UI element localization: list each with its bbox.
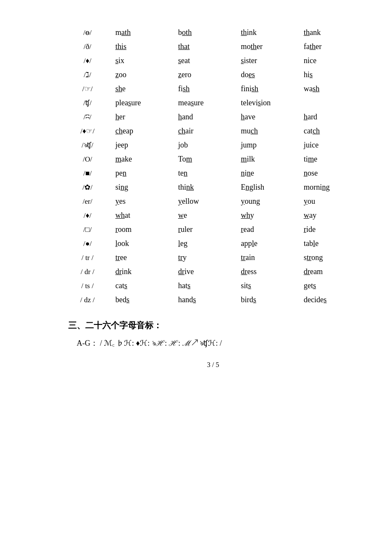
example-word: hands: [170, 293, 232, 307]
example-word: cheap: [107, 124, 170, 138]
example-word: finish: [232, 82, 295, 96]
example-word: that: [170, 40, 232, 54]
example-word: his: [295, 68, 358, 82]
example-word: zoo: [107, 68, 170, 82]
table-row: /♦☞/cheapchairmuchcatch: [68, 124, 358, 138]
table-row: / dz /bedshandsbirdsdecides: [68, 293, 358, 307]
example-word: hand: [170, 110, 232, 124]
table-row: / ts /catshatssitsgets: [68, 279, 358, 293]
example-word: seat: [170, 54, 232, 68]
example-word: morning: [295, 180, 358, 194]
phonetic-symbol: /♦/: [68, 54, 107, 68]
phonetic-symbol: / tr /: [68, 251, 107, 265]
phonetic-symbol: /ʭ/: [68, 110, 107, 124]
example-word: she: [107, 82, 170, 96]
example-word: strong: [295, 251, 358, 265]
section3-title: 三、二十六个字母音标：: [68, 320, 358, 331]
phonetic-symbol: /ʧ/: [68, 96, 107, 110]
example-word: think: [170, 180, 232, 194]
table-row: / tr /treetrytrainstrong: [68, 251, 358, 265]
example-word: beds: [107, 293, 170, 307]
phonetic-symbol: /ð/: [68, 40, 107, 54]
table-row: /ɵ/mathboththinkthank: [68, 26, 358, 40]
example-word: way: [295, 208, 358, 223]
phonetic-symbol: / dr /: [68, 265, 107, 279]
example-word: we: [170, 208, 232, 223]
example-word: ruler: [170, 223, 232, 237]
example-word: fish: [170, 82, 232, 96]
example-word: English: [232, 180, 295, 194]
phonetic-symbol: /■/: [68, 166, 107, 180]
example-word: dream: [295, 265, 358, 279]
phonetic-symbol: /ℷ/: [68, 68, 107, 82]
phonetic-symbol: /□/: [68, 223, 107, 237]
example-word: does: [232, 68, 295, 82]
example-word: time: [295, 152, 358, 166]
phonetic-symbol: /♦☞/: [68, 124, 107, 138]
example-word: birds: [232, 293, 295, 307]
table-row: /O/makeTommilktime: [68, 152, 358, 166]
example-word: have: [232, 110, 295, 124]
table-row: /♦/whatwewhyway: [68, 208, 358, 223]
example-word: [295, 96, 358, 110]
example-word: table: [295, 237, 358, 251]
phonetic-symbol: /ɵ/: [68, 26, 107, 40]
table-row: /♦/sixseatsisternice: [68, 54, 358, 68]
example-word: young: [232, 194, 295, 208]
phonetic-symbol: /O/: [68, 152, 107, 166]
phonetic-symbol: / ts /: [68, 279, 107, 293]
example-word: both: [170, 26, 232, 40]
example-word: job: [170, 138, 232, 152]
example-word: think: [232, 26, 295, 40]
example-word: look: [107, 237, 170, 251]
example-word: jeep: [107, 138, 170, 152]
example-word: hats: [170, 279, 232, 293]
table-row: /ð/thisthatmotherfather: [68, 40, 358, 54]
example-word: jump: [232, 138, 295, 152]
example-word: math: [107, 26, 170, 40]
table-row: /ঌʧ/jeepjobjumpjuice: [68, 138, 358, 152]
example-word: ride: [295, 223, 358, 237]
table-row: /●/looklegappletable: [68, 237, 358, 251]
example-word: measure: [170, 96, 232, 110]
example-word: sits: [232, 279, 295, 293]
table-row: /ʭ/herhandhavehard: [68, 110, 358, 124]
example-word: milk: [232, 152, 295, 166]
example-word: why: [232, 208, 295, 223]
example-word: ten: [170, 166, 232, 180]
example-word: nose: [295, 166, 358, 180]
example-word: nine: [232, 166, 295, 180]
example-word: you: [295, 194, 358, 208]
example-word: yes: [107, 194, 170, 208]
table-row: /ʧ/pleasuremeasuretelevision: [68, 96, 358, 110]
example-word: much: [232, 124, 295, 138]
phonetic-symbol: /✿/: [68, 180, 107, 194]
example-word: dress: [232, 265, 295, 279]
table-row: /□/roomrulerreadride: [68, 223, 358, 237]
example-word: what: [107, 208, 170, 223]
example-word: thank: [295, 26, 358, 40]
example-word: try: [170, 251, 232, 265]
example-word: tree: [107, 251, 170, 265]
example-word: television: [232, 96, 295, 110]
phonetic-symbol: /ঌʧ/: [68, 138, 107, 152]
example-word: catch: [295, 124, 358, 138]
table-row: / dr /drinkdrivedressdream: [68, 265, 358, 279]
example-word: six: [107, 54, 170, 68]
example-word: make: [107, 152, 170, 166]
example-word: pleasure: [107, 96, 170, 110]
ag-line: A-G： / ℳ꜀ ♭ℋ: ♦ℋ: ঌℋ: ℋ: ℳ↗ ঌʧℋ: /: [68, 338, 358, 348]
phonetic-symbol: /♦/: [68, 208, 107, 223]
example-word: sister: [232, 54, 295, 68]
table-row: /ℷ/zoozerodoeshis: [68, 68, 358, 82]
phonetic-symbol: /☞/: [68, 82, 107, 96]
example-word: juice: [295, 138, 358, 152]
example-word: leg: [170, 237, 232, 251]
table-row: /er/yesyellowyoungyou: [68, 194, 358, 208]
example-word: mother: [232, 40, 295, 54]
phonetic-symbol: / dz /: [68, 293, 107, 307]
example-word: train: [232, 251, 295, 265]
example-word: sing: [107, 180, 170, 194]
table-row: /✿/singthinkEnglishmorning: [68, 180, 358, 194]
example-word: chair: [170, 124, 232, 138]
